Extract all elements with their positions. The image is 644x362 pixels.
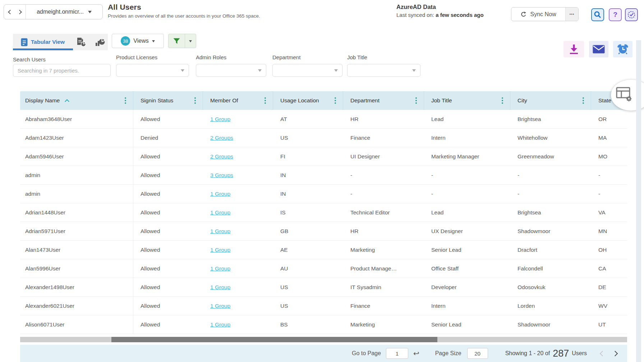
- member-of-link[interactable]: 1 Group: [210, 116, 230, 122]
- cell-job-title: UX Designer: [424, 222, 510, 240]
- cell-usage-location: IS: [273, 203, 343, 222]
- cell-usage-location: IN: [273, 185, 343, 203]
- last-synced-label: Last synced on:: [396, 12, 434, 18]
- horizontal-scrollbar[interactable]: [20, 337, 627, 342]
- page-header: All Users Provides an overview of all th…: [108, 3, 260, 19]
- chevron-right-icon: [17, 10, 22, 14]
- table-row: Adrian5971UserAllowed1 GroupGBHRUX Desig…: [20, 222, 627, 241]
- page-subtitle: Provides an overview of all the user acc…: [108, 13, 260, 19]
- page-size-input[interactable]: [467, 348, 488, 359]
- showing-prefix: Showing 1 - 20 of: [505, 350, 550, 357]
- views-count-badge: 38: [121, 36, 130, 46]
- search-icon: [594, 11, 602, 19]
- cell-display-name: Alison6071User: [20, 315, 133, 334]
- column-menu-icon[interactable]: [194, 96, 197, 105]
- cell-city: Odosovkuk: [510, 278, 591, 296]
- product-licenses-dropdown[interactable]: [116, 64, 189, 77]
- sort-ascending-icon: [65, 99, 70, 104]
- column-menu-icon[interactable]: [415, 96, 418, 105]
- cell-usage-location: FI: [273, 147, 343, 166]
- next-page-button[interactable]: [612, 351, 618, 356]
- table-row: Alexander1498UserAllowed1 GroupUSIT Sysa…: [20, 278, 627, 297]
- export-button[interactable]: [564, 41, 584, 57]
- column-header-department[interactable]: Department: [343, 91, 424, 110]
- view-tabs: Tabular View: [13, 34, 108, 50]
- cell-city: Greenmeadow: [510, 147, 591, 166]
- member-of-link[interactable]: 1 Group: [210, 228, 230, 235]
- users-table: Display NameSignin StatusMember OfUsage …: [20, 91, 627, 334]
- cell-state: CA: [591, 259, 627, 278]
- column-header-usage-location[interactable]: Usage Location: [273, 91, 343, 110]
- filter-options-button[interactable]: [185, 34, 196, 48]
- column-label: City: [518, 97, 527, 104]
- vertical-scrollbar[interactable]: [636, 40, 641, 362]
- cell-signin-status: Allowed: [133, 222, 203, 240]
- column-menu-icon[interactable]: [334, 96, 337, 105]
- email-button[interactable]: [589, 41, 608, 57]
- sync-options-button[interactable]: •••: [566, 8, 578, 21]
- department-dropdown[interactable]: [272, 64, 342, 77]
- schedule-alert-button[interactable]: [613, 41, 632, 57]
- goto-page-input[interactable]: [386, 348, 408, 359]
- cell-member-of: 3 Groups: [203, 166, 273, 184]
- column-header-city[interactable]: City: [510, 91, 591, 110]
- member-of-link[interactable]: 1 Group: [210, 209, 230, 216]
- admin-roles-dropdown[interactable]: [196, 64, 266, 77]
- column-header-signin-status[interactable]: Signin Status: [133, 91, 203, 110]
- cell-usage-location: AE: [273, 241, 343, 259]
- tab-chart-view[interactable]: [95, 38, 105, 46]
- member-of-link[interactable]: 1 Group: [210, 265, 230, 272]
- tab-tabular-view[interactable]: Tabular View: [31, 39, 65, 45]
- cell-display-name: Adrian1448User: [20, 203, 133, 222]
- last-synced-value: a few seconds ago: [436, 12, 483, 18]
- tenant-selector[interactable]: admeight.onmicr...: [26, 9, 102, 15]
- search-button[interactable]: [591, 8, 604, 21]
- tab-report-view[interactable]: [77, 37, 86, 47]
- cell-job-title: Marketing Manager: [424, 147, 510, 166]
- column-menu-icon[interactable]: [264, 96, 267, 105]
- horizontal-scrollbar-thumb[interactable]: [111, 337, 437, 342]
- cell-display-name: Adrian5971User: [20, 222, 133, 240]
- tenant-navigation: admeight.onmicr...: [4, 4, 103, 19]
- showing-suffix: Users: [572, 350, 587, 357]
- column-label: Job Title: [431, 97, 452, 104]
- member-of-link[interactable]: 1 Group: [210, 191, 230, 197]
- chevron-down-icon: [189, 40, 192, 44]
- sync-now-button[interactable]: Sync Now: [511, 8, 566, 21]
- table-row: adminAllowed1 GroupIN----: [20, 185, 627, 203]
- views-dropdown-button[interactable]: 38 Views: [112, 34, 164, 48]
- column-label: Signin Status: [141, 97, 173, 104]
- column-menu-icon[interactable]: [501, 96, 504, 105]
- member-of-link[interactable]: 1 Group: [210, 284, 230, 291]
- cell-city: Falcondell: [510, 259, 591, 278]
- member-of-link[interactable]: 1 Group: [210, 247, 230, 253]
- cell-department: Technical Editor: [343, 203, 424, 222]
- ellipsis-icon: •••: [570, 12, 575, 16]
- cell-state: -: [591, 166, 627, 184]
- cell-member-of: 2 Groups: [203, 129, 273, 147]
- forward-button[interactable]: [15, 5, 26, 19]
- column-header-job-title[interactable]: Job Title: [424, 91, 510, 110]
- member-of-link[interactable]: 3 Groups: [210, 172, 233, 178]
- help-button[interactable]: ?: [609, 8, 622, 21]
- go-to-page-submit-icon[interactable]: ↩: [413, 349, 419, 358]
- column-menu-icon[interactable]: [124, 96, 127, 105]
- scheduler-button[interactable]: [625, 8, 638, 21]
- column-header-member-of[interactable]: Member Of: [203, 91, 273, 110]
- member-of-link[interactable]: 2 Groups: [210, 135, 233, 141]
- cell-member-of: 1 Group: [203, 203, 273, 222]
- job-title-dropdown[interactable]: [347, 64, 420, 77]
- page-size-label: Page Size: [435, 350, 461, 357]
- member-of-link[interactable]: 1 Group: [210, 303, 230, 309]
- filter-button[interactable]: [169, 34, 185, 48]
- search-input[interactable]: [13, 64, 111, 77]
- column-header-display-name[interactable]: Display Name: [20, 91, 133, 110]
- table-row: Adam5946UserAllowed2 GroupsFIUI Designer…: [20, 147, 627, 166]
- member-of-link[interactable]: 2 Groups: [210, 153, 233, 160]
- back-button[interactable]: [4, 5, 15, 19]
- column-menu-icon[interactable]: [582, 96, 585, 105]
- cell-usage-location: AT: [273, 110, 343, 128]
- cell-usage-location: BS: [273, 315, 343, 334]
- previous-page-button[interactable]: [600, 351, 606, 356]
- member-of-link[interactable]: 1 Group: [210, 321, 230, 328]
